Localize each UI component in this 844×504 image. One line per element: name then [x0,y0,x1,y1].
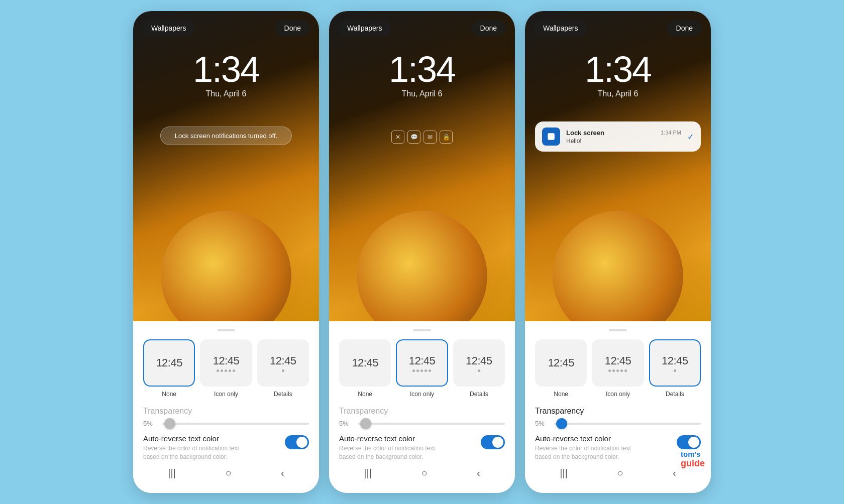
transparency-title-2: Transparency [339,407,505,416]
slider-pct-3: 5% [535,420,549,427]
wallpaper-orb-1 [161,211,291,321]
auto-reverse-title-3: Auto-reverse text color [535,434,636,443]
wallpaper-orb-2 [357,211,487,321]
notif-icon-mail-2: ✉ [424,131,437,144]
date-display-2: Thu, April 6 [329,89,515,98]
bottom-sheet-2: 12:45 None 12:45 Icon only [329,321,515,493]
auto-reverse-desc-2: Reverse the color of notification text b… [339,444,440,461]
slider-pct-2: 5% [339,420,353,427]
option-icononly-box-3[interactable]: 12:45 [592,339,644,387]
nav-menu-icon-3[interactable]: ||| [560,467,568,479]
dots-row-details-3 [674,369,676,372]
lock-screen-header-1: Wallpapers Done [133,20,319,36]
nav-menu-icon-1[interactable]: ||| [168,467,176,479]
phone-3-screen: Wallpapers Done 1:34 Thu, April 6 Lock s… [525,11,711,321]
notification-pill-1: Lock screen notifications turned off. [160,127,292,145]
auto-reverse-section-2: Auto-reverse text color Reverse the colo… [339,434,505,461]
notif-icon-x-2: ✕ [391,131,404,144]
lock-time-3: 1:34 Thu, April 6 [525,51,711,98]
transparency-section-3: Transparency 5% [535,407,701,427]
nav-home-icon-2[interactable]: ○ [421,467,427,479]
auto-reverse-text-3: Auto-reverse text color Reverse the colo… [535,434,636,461]
watermark-suffix: guide [681,458,705,468]
toggle-1[interactable] [285,435,309,449]
option-icononly-box-2[interactable]: 12:45 [396,339,448,387]
toggle-2[interactable] [481,435,505,449]
clock-preview-none-1: 12:45 [156,356,182,369]
option-details-label-1: Details [274,391,292,398]
auto-reverse-desc-3: Reverse the color of notification text b… [535,444,636,461]
option-details-label-3: Details [666,391,684,398]
clock-preview-details-2: 12:45 [466,354,492,367]
slider-track-1[interactable] [162,423,309,425]
slider-thumb-2[interactable] [360,418,371,429]
nav-home-icon-1[interactable]: ○ [225,467,231,479]
transparency-title-3: Transparency [535,407,701,416]
nav-bar-1: ||| ○ ‹ [143,461,309,483]
auto-reverse-desc-1: Reverse the color of notification text b… [143,444,244,461]
slider-pct-1: 5% [143,420,157,427]
slider-thumb-1[interactable] [164,418,175,429]
transparency-section-2: Transparency 5% [339,407,505,427]
toggle-3[interactable] [677,435,701,449]
option-icononly-label-3: Icon only [606,391,630,398]
nav-back-icon-2[interactable]: ‹ [477,467,480,479]
notif-app-icon-3 [542,128,560,146]
slider-row-1: 5% [143,420,309,427]
dots-row-3 [608,369,627,372]
nav-back-icon-1[interactable]: ‹ [281,467,284,479]
option-details-box-2[interactable]: 12:45 [453,339,505,387]
wallpaper-orb-3 [553,211,683,321]
slider-thumb-3[interactable] [556,418,567,429]
option-none-1[interactable]: 12:45 None [143,339,195,398]
nav-back-icon-3[interactable]: ‹ [673,467,676,479]
notif-title-row-3: Lock screen 1:34 PM [566,129,681,137]
notif-check-3: ✓ [687,132,694,142]
done-button-1[interactable]: Done [275,20,310,36]
option-none-2[interactable]: 12:45 None [339,339,391,398]
watermark: tom's guide [681,450,705,469]
phone-2-screen: Wallpapers Done 1:34 Thu, April 6 ✕ 💬 ✉ … [329,11,515,321]
notif-title-3: Lock screen [566,129,604,137]
slider-track-2[interactable] [358,423,505,425]
nav-home-icon-3[interactable]: ○ [617,467,623,479]
dots-row-1 [217,369,235,372]
option-none-label-3: None [554,391,568,398]
sheet-handle-2 [413,329,431,331]
option-details-3[interactable]: 12:45 Details [649,339,701,398]
option-icononly-2[interactable]: 12:45 Icon only [396,339,448,398]
dots-row-2 [412,369,431,372]
option-details-2[interactable]: 12:45 Details [453,339,505,398]
option-icononly-box-1[interactable]: 12:45 [200,339,252,387]
nav-menu-icon-2[interactable]: ||| [364,467,372,479]
wallpapers-button-1[interactable]: Wallpapers [142,20,195,36]
option-icononly-3[interactable]: 12:45 Icon only [592,339,644,398]
option-none-box-2[interactable]: 12:45 [339,339,391,387]
wallpapers-button-3[interactable]: Wallpapers [534,20,587,36]
auto-reverse-text-2: Auto-reverse text color Reverse the colo… [339,434,440,461]
slider-track-3[interactable] [554,423,701,425]
dots-row-details-1 [282,369,284,372]
option-details-box-3[interactable]: 12:45 [649,339,701,387]
done-button-3[interactable]: Done [667,20,702,36]
svg-rect-0 [548,133,555,140]
notif-time-3: 1:34 PM [661,130,681,136]
option-details-box-1[interactable]: 12:45 [257,339,309,387]
auto-reverse-title-1: Auto-reverse text color [143,434,244,443]
phone-1: Wallpapers Done 1:34 Thu, April 6 Lock s… [133,11,319,493]
phone-1-screen: Wallpapers Done 1:34 Thu, April 6 Lock s… [133,11,319,321]
option-none-3[interactable]: 12:45 None [535,339,587,398]
lock-screen-header-3: Wallpapers Done [525,20,711,36]
transparency-section-1: Transparency 5% [143,407,309,427]
option-details-label-2: Details [470,391,488,398]
clock-preview-icononly-2: 12:45 [409,354,436,367]
done-button-2[interactable]: Done [471,20,506,36]
option-details-1[interactable]: 12:45 Details [257,339,309,398]
notification-card-3: Lock screen 1:34 PM Hello! ✓ [535,121,701,152]
option-none-box-1[interactable]: 12:45 [143,339,195,387]
clock-preview-icononly-3: 12:45 [605,354,631,367]
wallpapers-button-2[interactable]: Wallpapers [338,20,391,36]
option-none-box-3[interactable]: 12:45 [535,339,587,387]
lock-time-1: 1:34 Thu, April 6 [133,51,319,98]
option-icononly-1[interactable]: 12:45 Icon only [200,339,252,398]
